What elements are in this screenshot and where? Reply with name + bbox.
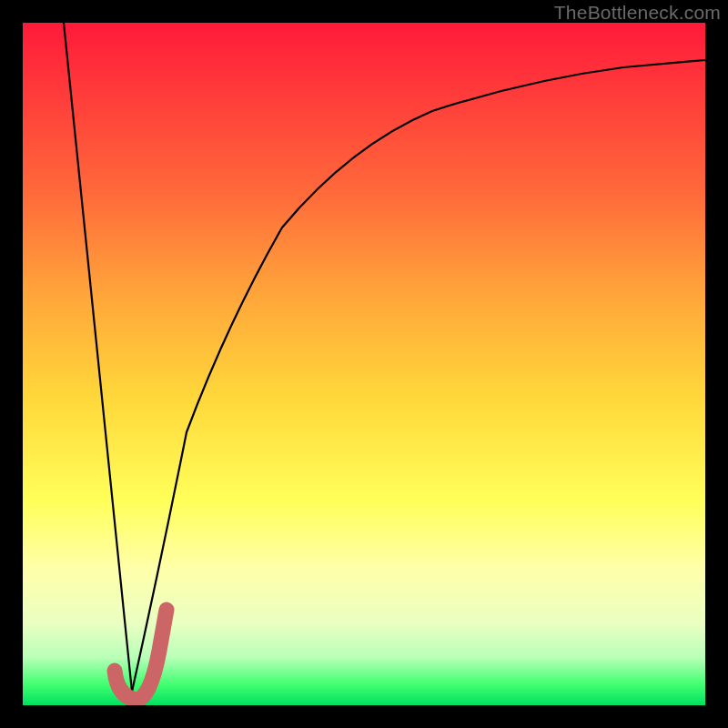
chart-frame: TheBottleneck.com bbox=[0, 0, 728, 728]
plot-area bbox=[23, 23, 705, 705]
chart-svg bbox=[23, 23, 705, 705]
watermark-text: TheBottleneck.com bbox=[554, 2, 721, 24]
left-line bbox=[64, 23, 132, 692]
right-curve bbox=[132, 60, 705, 692]
